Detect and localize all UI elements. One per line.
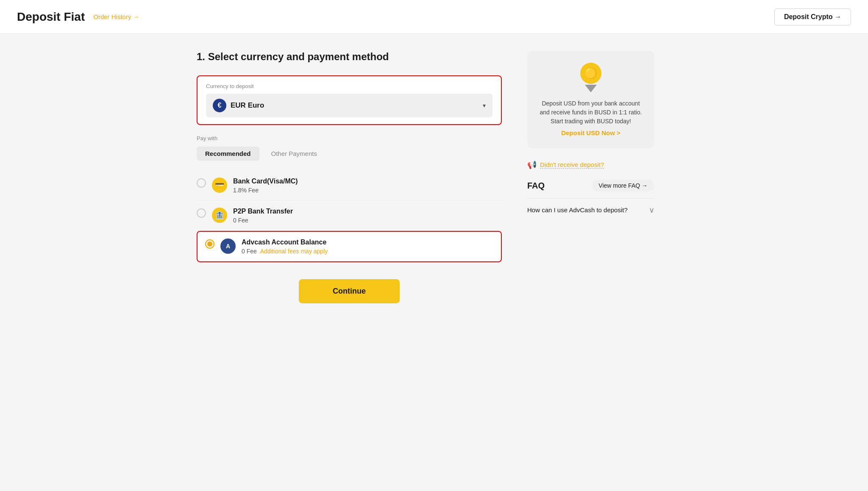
p2p-name: P2P Bank Transfer bbox=[233, 208, 502, 215]
bank-card-fee: 1.8% Fee bbox=[233, 187, 502, 194]
section-title: 1. Select currency and payment method bbox=[197, 51, 502, 63]
dropdown-arrow-icon: ▾ bbox=[483, 102, 486, 109]
coin-icon: 🟡 bbox=[580, 63, 601, 84]
currency-select-left: € EUR Euro bbox=[213, 99, 264, 112]
faq-section: FAQ View more FAQ → How can I use AdvCas… bbox=[527, 180, 654, 222]
payment-option-advcash[interactable]: A Advcash Account Balance 0 Fee Addition… bbox=[197, 231, 502, 262]
view-more-faq-button[interactable]: View more FAQ → bbox=[592, 180, 654, 191]
header-left: Deposit Fiat Order History → bbox=[17, 10, 139, 24]
advcash-fee: 0 Fee Additional fees may apply bbox=[242, 248, 493, 255]
payment-option-p2p[interactable]: 🏦 P2P Bank Transfer 0 Fee bbox=[197, 201, 502, 231]
p2p-details: P2P Bank Transfer 0 Fee bbox=[233, 208, 502, 224]
bank-card-details: Bank Card(Visa/MC) 1.8% Fee bbox=[233, 178, 502, 194]
faq-header: FAQ View more FAQ → bbox=[527, 180, 654, 191]
deposit-now-link[interactable]: Deposit USD Now > bbox=[537, 129, 644, 136]
faq-chevron-icon-0[interactable]: ∨ bbox=[649, 205, 654, 215]
currency-selector-wrapper: Currency to deposit € EUR Euro ▾ bbox=[197, 75, 502, 125]
page-title: Deposit Fiat bbox=[17, 10, 85, 24]
didnt-receive-wrapper: 📢 Didn't receive deposit? bbox=[527, 160, 654, 169]
radio-p2p[interactable] bbox=[197, 208, 206, 218]
right-panel: 🟡 Deposit USD from your bank account and… bbox=[527, 51, 654, 222]
advcash-additional-fee: Additional fees may apply bbox=[260, 248, 328, 255]
currency-label: Currency to deposit bbox=[206, 83, 492, 89]
tab-other-payments[interactable]: Other Payments bbox=[263, 147, 326, 161]
order-history-button[interactable]: Order History → bbox=[93, 13, 139, 20]
promo-icon-wrapper: 🟡 bbox=[537, 63, 644, 92]
radio-bank-card[interactable] bbox=[197, 178, 206, 188]
pay-with-label: Pay with bbox=[197, 135, 502, 141]
eur-icon: € bbox=[213, 99, 226, 112]
advcash-name: Advcash Account Balance bbox=[242, 239, 493, 246]
megaphone-icon: 📢 bbox=[527, 160, 537, 169]
promo-card: 🟡 Deposit USD from your bank account and… bbox=[527, 51, 654, 148]
deposit-crypto-button[interactable]: Deposit Crypto → bbox=[774, 8, 851, 25]
didnt-receive-link[interactable]: Didn't receive deposit? bbox=[540, 161, 604, 169]
payment-option-bank-card[interactable]: 💳 Bank Card(Visa/MC) 1.8% Fee bbox=[197, 171, 502, 201]
left-panel: 1. Select currency and payment method Cu… bbox=[197, 51, 502, 303]
p2p-fee: 0 Fee bbox=[233, 217, 502, 224]
currency-name: EUR Euro bbox=[231, 101, 264, 110]
continue-btn-wrapper: Continue bbox=[197, 279, 502, 303]
bank-card-name: Bank Card(Visa/MC) bbox=[233, 178, 502, 185]
currency-select-dropdown[interactable]: € EUR Euro ▾ bbox=[206, 94, 492, 117]
promo-text: Deposit USD from your bank account and r… bbox=[537, 99, 644, 126]
bank-card-icon: 💳 bbox=[212, 178, 227, 193]
p2p-icon: 🏦 bbox=[212, 208, 227, 223]
faq-title: FAQ bbox=[527, 181, 545, 191]
radio-inner-advcash bbox=[207, 241, 212, 247]
header: Deposit Fiat Order History → Deposit Cry… bbox=[0, 0, 868, 34]
advcash-icon: A bbox=[220, 239, 236, 254]
main-content: 1. Select currency and payment method Cu… bbox=[180, 34, 688, 320]
continue-button[interactable]: Continue bbox=[299, 279, 400, 303]
faq-question-0: How can I use AdvCash to deposit? bbox=[527, 205, 628, 214]
deposit-arrow-icon bbox=[585, 85, 597, 92]
faq-item-0: How can I use AdvCash to deposit? ∨ bbox=[527, 198, 654, 222]
radio-advcash[interactable] bbox=[205, 239, 214, 249]
advcash-details: Advcash Account Balance 0 Fee Additional… bbox=[242, 239, 493, 255]
tab-row: Recommended Other Payments bbox=[197, 147, 502, 161]
tab-recommended[interactable]: Recommended bbox=[197, 147, 259, 161]
